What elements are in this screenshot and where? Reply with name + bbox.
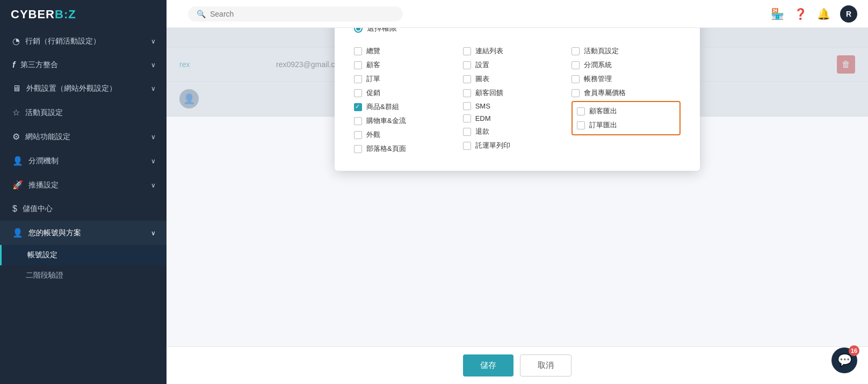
perm-affiliate-perm: 分潤系統	[572, 58, 681, 72]
chat-bubble[interactable]: 💬 16	[831, 347, 857, 373]
perm-chart: 圖表	[463, 72, 572, 86]
sidebar-item-label: 儲值中心	[23, 204, 53, 214]
checkbox-affiliate-perm[interactable]	[572, 61, 580, 69]
checkbox-overview[interactable]	[354, 47, 362, 55]
checkbox-customer-export[interactable]	[577, 107, 585, 115]
sidebar-item-label: 第三方整合	[20, 60, 58, 70]
radio-row-select[interactable]: 選擇權限	[354, 28, 681, 33]
perm-refund: 退款	[463, 125, 572, 139]
checkbox-order[interactable]	[354, 75, 362, 83]
checkbox-account-mgmt[interactable]	[572, 75, 580, 83]
perm-label-customer: 顧客	[366, 60, 380, 70]
sidebar-item-store-value[interactable]: $ 儲值中心	[0, 197, 167, 221]
perm-col2: 連結列表 設置 圖表	[463, 44, 572, 156]
chat-icon: 💬	[837, 353, 852, 367]
perm-overview: 總覽	[354, 44, 463, 58]
save-button[interactable]: 儲存	[463, 354, 513, 376]
perm-settings: 設置	[463, 58, 572, 72]
rocket-icon: 🚀	[12, 180, 23, 190]
perm-col3: 活動頁設定 分潤系統 帳務管理	[572, 44, 681, 156]
checkbox-blog-page[interactable]	[354, 145, 362, 153]
search-input[interactable]	[210, 10, 394, 18]
perm-link-list: 連結列表	[463, 44, 572, 58]
perm-label-link-list: 連結列表	[475, 46, 503, 56]
highlight-export-box: 顧客匯出 訂單匯出	[572, 101, 681, 135]
perm-label-order: 訂單	[366, 74, 380, 84]
sidebar: CYBERB:Z ◔ 行銷（行銷活動設定） ∨ f 第三方整合 ∨ 🖥 外觀設置…	[0, 0, 167, 384]
sidebar-sub-item-account-settings[interactable]: 帳號設定	[0, 245, 167, 265]
sidebar-item-label: 您的帳號與方案	[28, 228, 81, 238]
avatar[interactable]: R	[840, 5, 857, 23]
perm-activity-perm: 活動頁設定	[572, 44, 681, 58]
checkbox-member-price[interactable]	[572, 89, 580, 97]
perm-order: 訂單	[354, 72, 463, 86]
checkbox-edm[interactable]	[463, 114, 471, 122]
sidebar-item-broadcast[interactable]: 🚀 推播設定 ∨	[0, 173, 167, 197]
dollar-icon: $	[12, 204, 17, 214]
sidebar-item-account[interactable]: 👤 您的帳號與方案 ∨	[0, 221, 167, 245]
sidebar-item-affiliate[interactable]: 👤 分潤機制 ∨	[0, 149, 167, 173]
perm-label-blog-page: 部落格&頁面	[366, 144, 406, 154]
permissions-dialog: 權限 rex 擁有所有權限 選擇權限	[335, 28, 700, 171]
sidebar-sub-item-two-step[interactable]: 二階段驗證	[0, 265, 167, 286]
sidebar-item-marketing[interactable]: ◔ 行銷（行銷活動設定） ∨	[0, 29, 167, 53]
header-icons: 🏪 ❓ 🔔 R	[771, 5, 857, 23]
perm-sms: SMS	[463, 100, 572, 112]
bottom-bar: 儲存 取消	[167, 346, 868, 384]
checkbox-link-list[interactable]	[463, 47, 471, 55]
checkbox-customer[interactable]	[354, 61, 362, 69]
checkbox-activity-perm[interactable]	[572, 47, 580, 55]
checkbox-order-export[interactable]	[577, 121, 585, 129]
perm-promo: 促銷	[354, 86, 463, 100]
sidebar-item-third-party[interactable]: f 第三方整合 ∨	[0, 53, 167, 77]
checkbox-settings[interactable]	[463, 61, 471, 69]
checkbox-chart[interactable]	[463, 75, 471, 83]
perm-label-customer-export: 顧客匯出	[589, 106, 617, 116]
chevron-down-icon: ∨	[151, 61, 156, 69]
sidebar-item-appearance[interactable]: 🖥 外觀設置（網站外觀設定） ∨	[0, 77, 167, 100]
sidebar-item-label: 推播設定	[28, 180, 59, 190]
monitor-icon: 🖥	[12, 84, 21, 93]
chevron-down-icon: ∨	[151, 133, 156, 141]
checkbox-feedback[interactable]	[463, 89, 471, 97]
perm-label-chart: 圖表	[475, 74, 489, 84]
chevron-down-icon: ∨	[151, 229, 156, 237]
checkbox-refund[interactable]	[463, 128, 471, 136]
perm-label-overview: 總覽	[366, 46, 380, 56]
permissions-grid: 總覽 顧客 訂單 促銷	[354, 44, 681, 156]
perm-label-edm: EDM	[475, 114, 491, 122]
checkbox-appearance[interactable]	[354, 131, 362, 139]
checkbox-product-group[interactable]	[354, 103, 362, 111]
checkbox-cart-payment[interactable]	[354, 117, 362, 125]
bell-icon[interactable]: 🔔	[817, 8, 830, 20]
perm-label-settings: 設置	[475, 60, 489, 70]
radio-select-circle[interactable]	[354, 28, 363, 33]
help-icon[interactable]: ❓	[794, 8, 807, 20]
cancel-button[interactable]: 取消	[520, 354, 572, 376]
radio-group: rex 擁有所有權限 選擇權限	[354, 28, 681, 33]
perm-customer: 顧客	[354, 58, 463, 72]
search-bar[interactable]: 🔍	[188, 6, 403, 21]
permissions-overlay: 權限 rex 擁有所有權限 選擇權限	[167, 28, 868, 117]
checkbox-promo[interactable]	[354, 89, 362, 97]
perm-label-promo: 促銷	[366, 88, 380, 98]
perm-member-price: 會員專屬價格	[572, 86, 681, 100]
chevron-down-icon: ∨	[151, 38, 156, 45]
third-party-icon: f	[12, 60, 15, 70]
sidebar-item-website-func[interactable]: ⚙ 網站功能設定 ∨	[0, 125, 167, 149]
perm-order-export: 訂單匯出	[577, 118, 675, 132]
checkbox-sms[interactable]	[463, 102, 471, 110]
store-icon[interactable]: 🏪	[771, 8, 784, 20]
account-user-icon: 👤	[12, 228, 23, 238]
sidebar-item-label: 行銷（行銷活動設定）	[25, 37, 100, 46]
chat-badge: 16	[849, 345, 859, 356]
checkbox-shipping[interactable]	[463, 142, 471, 150]
radio-select-label: 選擇權限	[367, 28, 397, 33]
sub-item-label: 帳號設定	[27, 250, 57, 259]
perm-label-appearance: 外觀	[366, 130, 380, 140]
sidebar-item-label: 活動頁設定	[25, 108, 63, 118]
sidebar-item-label: 分潤機制	[28, 156, 59, 166]
sidebar-item-activity[interactable]: ☆ 活動頁設定	[0, 100, 167, 125]
perm-edm: EDM	[463, 112, 572, 125]
content-area: rex rex0923@gmail.com 協同管理者 🗑 👤 權限	[167, 28, 868, 117]
